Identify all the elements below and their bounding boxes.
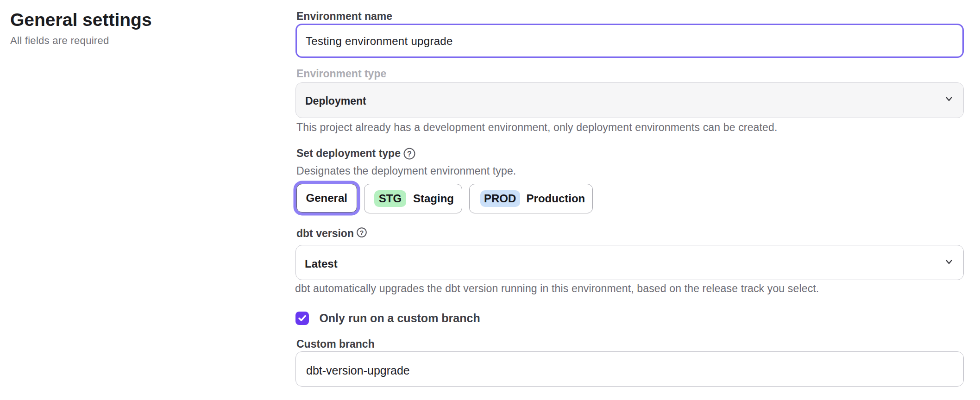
svg-text:?: ? [407, 150, 412, 158]
svg-text:?: ? [360, 229, 364, 237]
